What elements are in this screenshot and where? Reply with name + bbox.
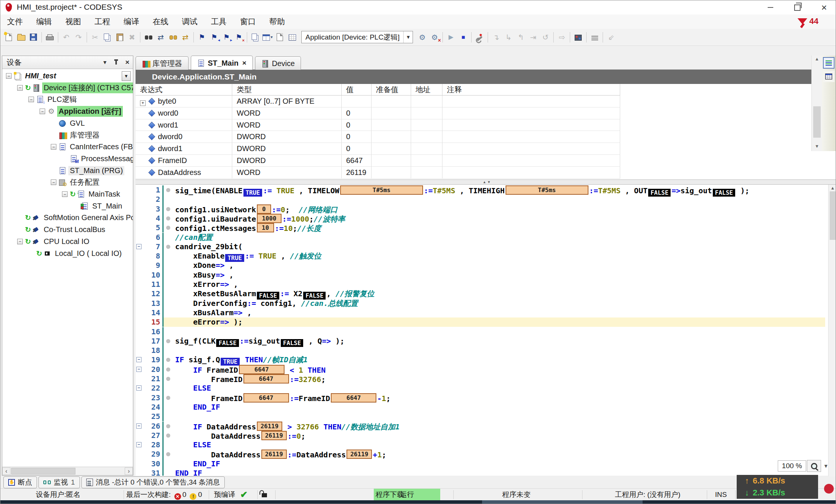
run-to-cursor-icon[interactable]: ⇥ — [527, 31, 539, 43]
step-out-icon[interactable]: ↰ — [515, 31, 527, 43]
close-tab-icon[interactable]: × — [242, 59, 246, 67]
inline-monitor-value[interactable]: 10 — [257, 223, 274, 232]
tree-item-st-main-prg[interactable]: −ST_Main (PRG) — [2, 165, 133, 176]
code-line-17[interactable]: 17sig_f(CLKFALSE:=sig_outFALSE , Q=> ); — [136, 336, 836, 346]
inline-monitor-value[interactable]: T#5ms — [506, 185, 588, 195]
tab-breakpoints[interactable]: 断点 — [3, 476, 37, 488]
inline-monitor-value[interactable]: 26119 — [257, 422, 282, 431]
new-project-icon[interactable] — [3, 31, 15, 43]
code-line-7[interactable]: −7candrive_29bit( — [136, 242, 836, 251]
scrollbar-thumb[interactable] — [813, 106, 821, 138]
inline-monitor-value[interactable]: 6647 — [243, 393, 289, 403]
expand-icon[interactable]: + — [140, 100, 146, 106]
menu-build[interactable]: 编译 — [117, 15, 146, 28]
collapse-icon[interactable]: − — [17, 239, 23, 244]
tab-messages[interactable]: 消息 -总计 0 个错误,0 个警告,34 条消息 — [81, 476, 225, 488]
tree-item-gvl[interactable]: −GVL — [2, 118, 133, 129]
delete-icon[interactable]: ✖ — [126, 31, 138, 43]
code-line-13[interactable]: 13 DriverConfig:= config1, //can.总线配置 — [136, 299, 836, 308]
breakpoint-position-icon[interactable] — [166, 424, 170, 428]
zoom-tool-button[interactable] — [807, 460, 821, 472]
tree-item-caninterfaces[interactable]: −CanInterFaces (FB) — [2, 141, 133, 153]
set-next-statement-icon[interactable]: ↺ — [539, 31, 551, 43]
step-into-icon[interactable]: ↳ — [502, 31, 515, 43]
tree-item-device[interactable]: −↻Device [连接的] (CTH3 C57-103 — [2, 82, 133, 94]
code-line-21[interactable]: 21 FrameID6647:=32766; — [136, 374, 836, 384]
code-line-30[interactable]: 30 END_IF — [136, 459, 836, 469]
column-header-1[interactable]: 类型 — [232, 84, 342, 96]
collapse-icon[interactable]: − — [51, 144, 56, 150]
tree-item-cpu-local-io[interactable]: −↻CPU Local IO — [2, 236, 133, 247]
restore-button[interactable] — [789, 2, 805, 13]
logout-icon[interactable]: ⚙× — [428, 31, 441, 43]
find-in-project-icon[interactable] — [167, 31, 179, 43]
chevron-down-icon[interactable]: ▼ — [403, 31, 413, 43]
scrollbar-thumb[interactable] — [830, 191, 836, 240]
menu-file[interactable]: 文件 — [0, 15, 29, 28]
breakpoint-position-icon[interactable] — [166, 367, 170, 372]
collapse-icon[interactable]: − — [62, 191, 68, 197]
tree-item-application[interactable]: −⚙Application [运行] — [2, 106, 133, 117]
refactoring-icon[interactable] — [274, 31, 286, 43]
splitter-collapse-handle[interactable]: ▲▼ — [483, 180, 492, 184]
code-line-11[interactable]: 11 xError=> , — [136, 280, 836, 289]
tab-device[interactable]: Device — [255, 56, 301, 71]
code-line-3[interactable]: 3config1.usiNetwork0:=0; //网络端口 — [136, 204, 836, 214]
panel-close-icon[interactable]: × — [122, 57, 133, 67]
breakpoint-position-icon[interactable] — [166, 216, 170, 220]
column-header-5[interactable]: 注释 — [442, 84, 620, 96]
code-line-1[interactable]: 1sig_time(ENABLETRUE:= TRUE , TIMELOWT#5… — [136, 185, 836, 195]
watch-row-word0[interactable]: word0WORD0 — [136, 107, 620, 119]
watch-row-FrameID[interactable]: FrameIDDWORD6647 — [136, 155, 620, 167]
code-line-29[interactable]: 29 DataAddress26119:=DataAddress26119+1; — [136, 450, 836, 459]
tab-library-manager[interactable]: 库管理器 — [136, 56, 189, 71]
code-line-6[interactable]: 6//can配置 — [136, 233, 836, 242]
code-line-22[interactable]: −22 ELSE — [136, 384, 836, 393]
watch-row-word1[interactable]: word1WORD0 — [136, 119, 620, 131]
print-icon[interactable] — [44, 31, 56, 43]
inline-monitor-value[interactable]: 6647 — [239, 365, 285, 374]
collapse-icon[interactable]: − — [6, 73, 12, 79]
code-line-25[interactable]: 25 — [136, 412, 836, 421]
scroll-down-icon[interactable]: ▼ — [812, 144, 822, 149]
scroll-up-icon[interactable]: ▲ — [829, 185, 836, 191]
breakpoint-position-icon[interactable] — [166, 207, 170, 211]
inline-monitor-value[interactable]: 1000 — [257, 214, 282, 223]
breakpoint-position-icon[interactable] — [166, 188, 170, 192]
tree-item-project-root[interactable]: −HMI_test▼ — [2, 70, 133, 82]
replace-in-project-icon[interactable]: ⇄ — [179, 31, 192, 43]
inline-monitor-value[interactable]: 6647 — [331, 393, 376, 403]
tree-item-st-main-task[interactable]: −ST_Main — [2, 200, 133, 212]
write-values-icon[interactable] — [588, 31, 601, 43]
scroll-left-icon[interactable]: ‹ — [2, 467, 10, 475]
code-line-8[interactable]: 8 xEnableTRUE:= TRUE , //触发位 — [136, 251, 836, 261]
code-line-19[interactable]: −19IF sig_f.QTRUE THEN//帧ID自减1 — [136, 355, 836, 364]
bookmark-next-icon[interactable]: ⚑▸ — [220, 31, 233, 43]
breakpoint-position-icon[interactable] — [166, 339, 170, 343]
scroll-up-icon[interactable]: ▲ — [812, 56, 822, 62]
menu-view[interactable]: 视图 — [59, 15, 88, 28]
breakpoint-position-icon[interactable] — [166, 396, 170, 400]
bookmarks-clear-icon[interactable]: ⚑× — [233, 31, 245, 43]
stop-icon[interactable]: ■ — [457, 31, 469, 43]
copy-icon[interactable] — [101, 31, 114, 43]
bookmark-previous-icon[interactable]: ⚑◂ — [208, 31, 220, 43]
column-header-3[interactable]: 准备值 — [372, 84, 411, 96]
inline-monitor-value[interactable]: 26119 — [261, 431, 287, 440]
collapse-icon[interactable]: − — [51, 179, 56, 185]
redo-icon[interactable]: ↷ — [72, 31, 85, 43]
single-cycle-icon[interactable]: ⇙ — [605, 31, 617, 43]
code-line-28[interactable]: −28 ELSE — [136, 440, 836, 450]
menu-debug[interactable]: 调试 — [175, 15, 204, 28]
column-header-2[interactable]: 值 — [342, 84, 372, 96]
flow-control-icon[interactable]: ⇨ — [556, 31, 568, 43]
breakpoint-position-icon[interactable] — [166, 433, 170, 438]
breakpoint-position-icon[interactable] — [166, 377, 170, 381]
cut-icon[interactable]: ✂ — [89, 31, 101, 43]
devices-horizontal-scrollbar[interactable]: ‹ › — [2, 467, 133, 475]
code-line-5[interactable]: 5config1.ctMessages10:=10;//长度 — [136, 223, 836, 232]
tray-icon[interactable] — [824, 484, 834, 494]
breakpoint-position-icon[interactable] — [166, 226, 170, 230]
watch-row-DataAddress[interactable]: DataAddressWORD26119 — [136, 167, 620, 179]
find-icon[interactable] — [142, 31, 155, 43]
